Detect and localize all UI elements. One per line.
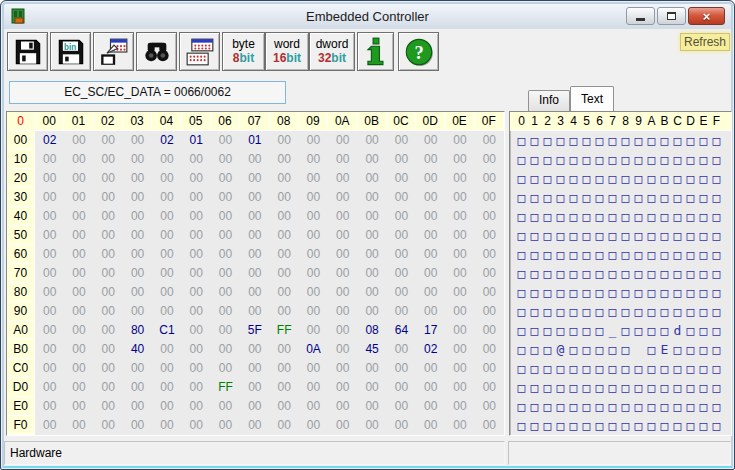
hex-cell[interactable]: 00 [357, 378, 386, 397]
hex-cell[interactable]: 00 [387, 188, 416, 207]
hex-cell[interactable]: 00 [152, 302, 181, 321]
export-to-grid-button[interactable] [93, 32, 134, 71]
hex-cell[interactable]: 00 [299, 207, 328, 226]
hex-cell[interactable]: 00 [270, 207, 299, 226]
hex-cell[interactable]: 00 [475, 188, 504, 207]
hex-cell[interactable]: 00 [211, 321, 240, 340]
hex-cell[interactable]: 00 [445, 245, 474, 264]
hex-cell[interactable]: 00 [299, 226, 328, 245]
hex-cell[interactable]: 00 [35, 169, 64, 188]
hex-cell[interactable]: 00 [416, 207, 445, 226]
hex-cell[interactable]: 00 [240, 397, 269, 416]
hex-cell[interactable]: 00 [328, 397, 357, 416]
hex-cell[interactable]: 00 [152, 416, 181, 435]
hex-cell[interactable]: 00 [182, 302, 211, 321]
hex-cell[interactable]: 00 [152, 245, 181, 264]
hex-cell[interactable]: 00 [387, 378, 416, 397]
hex-cell[interactable]: 08 [357, 321, 386, 340]
ec-register-field[interactable]: EC_SC/EC_DATA = 0066/0062 [9, 81, 286, 104]
hex-cell[interactable]: 45 [357, 340, 386, 359]
hex-cell[interactable]: 00 [35, 378, 64, 397]
hex-cell[interactable]: 00 [328, 207, 357, 226]
hex-cell[interactable]: 00 [328, 131, 357, 150]
hex-cell[interactable]: 00 [182, 245, 211, 264]
hex-cell[interactable]: 00 [445, 359, 474, 378]
info-button[interactable] [357, 32, 394, 71]
hex-cell[interactable]: 00 [387, 283, 416, 302]
find-button[interactable] [136, 32, 177, 71]
hex-cell[interactable]: 02 [35, 131, 64, 150]
hex-cell[interactable]: 00 [64, 340, 93, 359]
hex-cell[interactable]: 00 [211, 131, 240, 150]
hex-cell[interactable]: 00 [299, 264, 328, 283]
hex-cell[interactable]: 00 [240, 264, 269, 283]
hex-cell[interactable]: 00 [123, 302, 152, 321]
hex-cell[interactable]: 00 [240, 245, 269, 264]
hex-cell[interactable]: 00 [64, 378, 93, 397]
hex-cell[interactable]: 00 [240, 340, 269, 359]
hex-cell[interactable]: 00 [328, 226, 357, 245]
hex-cell[interactable]: 00 [416, 378, 445, 397]
hex-cell[interactable]: 00 [240, 416, 269, 435]
hex-cell[interactable]: 00 [270, 150, 299, 169]
minimize-button[interactable] [626, 7, 655, 25]
hex-cell[interactable]: 00 [475, 378, 504, 397]
hex-cell[interactable]: 00 [211, 359, 240, 378]
hex-cell[interactable]: 00 [445, 264, 474, 283]
hex-cell[interactable]: 00 [35, 264, 64, 283]
hex-cell[interactable]: 00 [328, 150, 357, 169]
hex-cell[interactable]: 00 [211, 302, 240, 321]
hex-cell[interactable]: 00 [94, 283, 123, 302]
hex-cell[interactable]: 00 [416, 226, 445, 245]
hex-cell[interactable]: 00 [64, 397, 93, 416]
hex-cell[interactable]: 00 [182, 378, 211, 397]
hex-cell[interactable]: 00 [299, 321, 328, 340]
hex-cell[interactable]: 00 [64, 131, 93, 150]
hex-cell[interactable]: 00 [94, 397, 123, 416]
hex-cell[interactable]: 00 [270, 302, 299, 321]
hex-cell[interactable]: 00 [357, 188, 386, 207]
hex-cell[interactable]: 00 [299, 150, 328, 169]
hex-cell[interactable]: 00 [35, 283, 64, 302]
hex-cell[interactable]: 00 [35, 321, 64, 340]
hex-cell[interactable]: 00 [328, 302, 357, 321]
hex-cell[interactable]: 00 [299, 397, 328, 416]
hex-cell[interactable]: 00 [416, 188, 445, 207]
hex-cell[interactable]: 00 [328, 359, 357, 378]
hex-cell[interactable]: 00 [387, 150, 416, 169]
hex-cell[interactable]: 17 [416, 321, 445, 340]
hex-cell[interactable]: 00 [357, 302, 386, 321]
hex-cell[interactable]: 00 [299, 359, 328, 378]
hex-cell[interactable]: 00 [123, 264, 152, 283]
hex-cell[interactable]: 00 [445, 169, 474, 188]
hex-cell[interactable]: 00 [328, 188, 357, 207]
hex-cell[interactable]: 00 [35, 207, 64, 226]
hex-cell[interactable]: 00 [123, 283, 152, 302]
hex-cell[interactable]: 00 [182, 150, 211, 169]
hex-cell[interactable]: 00 [94, 150, 123, 169]
hex-cell[interactable]: 00 [240, 302, 269, 321]
hex-cell[interactable]: 00 [475, 397, 504, 416]
hex-cell[interactable]: 00 [475, 302, 504, 321]
hex-cell[interactable]: 00 [387, 226, 416, 245]
hex-cell[interactable]: 00 [270, 397, 299, 416]
hex-cell[interactable]: 00 [64, 264, 93, 283]
hex-cell[interactable]: 00 [445, 321, 474, 340]
hex-cell[interactable]: 00 [387, 131, 416, 150]
hex-cell[interactable]: 00 [299, 188, 328, 207]
hex-cell[interactable]: 00 [182, 321, 211, 340]
hex-cell[interactable]: 00 [94, 416, 123, 435]
hex-cell[interactable]: 00 [123, 150, 152, 169]
hex-cell[interactable]: 00 [64, 283, 93, 302]
hex-cell[interactable]: 00 [357, 416, 386, 435]
hex-cell[interactable]: 00 [299, 283, 328, 302]
hex-cell[interactable]: 00 [123, 226, 152, 245]
hex-cell[interactable]: 00 [270, 188, 299, 207]
hex-cell[interactable]: 00 [64, 169, 93, 188]
hex-cell[interactable]: 00 [123, 397, 152, 416]
hex-cell[interactable]: 00 [445, 226, 474, 245]
hex-cell[interactable]: 00 [357, 397, 386, 416]
hex-cell[interactable]: 01 [240, 131, 269, 150]
word-mode-button[interactable]: word 16bit [265, 32, 309, 71]
hex-cell[interactable]: 00 [211, 340, 240, 359]
